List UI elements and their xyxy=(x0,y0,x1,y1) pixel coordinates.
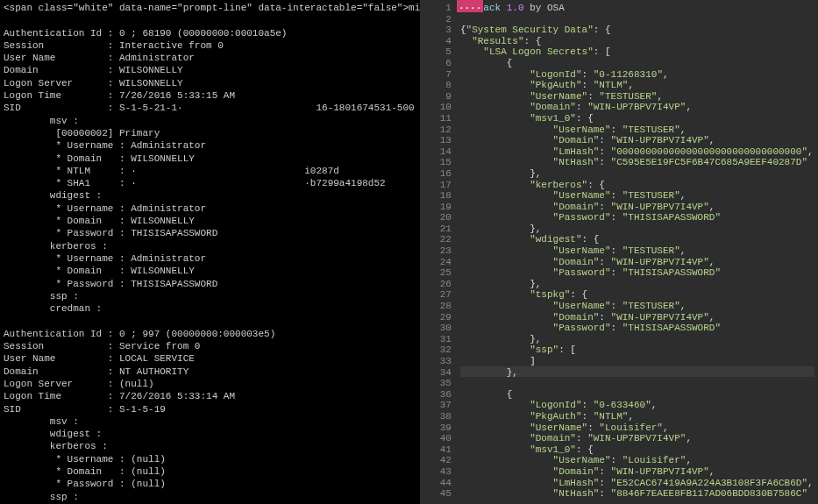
code-line: "LmHash": "E52CAC67419A9A224A3B108F3FA6C… xyxy=(460,477,814,488)
line-number: 29 xyxy=(422,311,452,323)
line-number: 10 xyxy=(422,101,452,112)
line-number: 33 xyxy=(422,355,452,366)
line-number: 21 xyxy=(422,223,452,234)
line-number: 17 xyxy=(422,179,452,190)
code-line: }, xyxy=(460,167,814,179)
title-line: SecHack 1.0 by OSA xyxy=(460,2,814,13)
code-line: "Password": "THISISAPASSWORD" xyxy=(460,322,814,333)
code-line xyxy=(460,13,814,25)
code-line: "NtHash": "8846F7EAEE8FB117AD06BDD830B75… xyxy=(460,487,814,499)
code-content[interactable]: SecHack 1.0 by OSA{"System Security Data… xyxy=(457,0,818,504)
line-number: 25 xyxy=(422,266,452,278)
editor-right[interactable]: 1234567891011121314151617181920212223242… xyxy=(420,0,818,504)
code-line: "Domain": "WIN-UP7BPV7I4VP", xyxy=(460,101,814,112)
line-number: 6 xyxy=(422,57,452,68)
line-number: 36 xyxy=(422,388,452,400)
code-line: "Password": "THISISAPASSWORD" xyxy=(460,266,814,278)
line-number: 8 xyxy=(422,79,452,90)
fold-icon[interactable]: .... xyxy=(457,0,483,12)
code-line: "kerberos": { xyxy=(460,179,814,190)
code-line: "UserName": "Louisifer", xyxy=(460,454,814,465)
line-number: 31 xyxy=(422,333,452,344)
line-number: 16 xyxy=(422,167,452,179)
line-number: 20 xyxy=(422,211,452,223)
code-line: "UserName": "TESTUSER", xyxy=(460,245,814,256)
app-root: <span class="white" data-name="prompt-li… xyxy=(0,0,818,504)
line-number: 26 xyxy=(422,278,452,289)
code-line: "LogonId": "0-633460", xyxy=(460,399,814,410)
line-number: 37 xyxy=(422,399,452,410)
code-line: }, xyxy=(460,366,814,378)
code-line: "tspkg": { xyxy=(460,288,814,300)
code-line: }, xyxy=(460,333,814,344)
code-line: "LmHash": "00000000000000000000000000000… xyxy=(460,146,814,157)
code-line: "ssp": [ xyxy=(460,344,814,355)
line-number: 32 xyxy=(422,344,452,355)
code-line: "UserName": "Louisifer", xyxy=(460,422,814,433)
code-line: "msv1_0": { xyxy=(460,112,814,124)
line-number: 28 xyxy=(422,300,452,311)
line-number: 23 xyxy=(422,245,452,256)
line-number: 45 xyxy=(422,487,452,499)
line-number: 27 xyxy=(422,288,452,300)
code-line: "Domain": "WIN-UP7BPV7I4VP", xyxy=(460,465,814,477)
code-line: "Results": { xyxy=(460,35,814,46)
line-number: 11 xyxy=(422,112,452,124)
line-number: 5 xyxy=(422,46,452,57)
code-line: "UserName": "TESTUSER", xyxy=(460,300,814,311)
line-number: 2 xyxy=(422,13,452,25)
fold-marker[interactable]: .... xyxy=(460,377,814,388)
code-line: "Domain": "WIN-UP7BPV7I4VP", xyxy=(460,134,814,146)
line-number: 35 xyxy=(422,377,452,388)
line-number: 34 xyxy=(422,366,452,378)
code-line: "wdigest": { xyxy=(460,233,814,245)
line-number: 4 xyxy=(422,35,452,46)
code-line: "PkgAuth": "NTLM", xyxy=(460,79,814,90)
line-number: 13 xyxy=(422,134,452,146)
code-line: "Domain": "WIN-UP7BPV7I4VP", xyxy=(460,201,814,212)
line-number: 15 xyxy=(422,156,452,167)
line-number: 41 xyxy=(422,444,452,455)
line-number: 38 xyxy=(422,410,452,422)
line-number: 43 xyxy=(422,465,452,477)
line-number: 18 xyxy=(422,189,452,201)
line-number: 1 xyxy=(422,2,452,13)
code-line: "UserName": "TESTUSER", xyxy=(460,90,814,102)
line-number: 42 xyxy=(422,454,452,465)
line-number: 30 xyxy=(422,322,452,333)
code-line: }, xyxy=(460,223,814,234)
line-number: 12 xyxy=(422,124,452,135)
line-number: 44 xyxy=(422,477,452,488)
line-number: 39 xyxy=(422,422,452,433)
code-line: "Domain": "WIN-UP7BPV7I4VP", xyxy=(460,311,814,323)
code-line: "Domain": "WIN-UP7BPV7I4VP", xyxy=(460,256,814,267)
code-line: ] xyxy=(460,355,814,366)
code-line: "UserName": "TESTUSER", xyxy=(460,189,814,201)
code-line: }, xyxy=(460,278,814,289)
code-line: {"System Security Data": { xyxy=(460,24,814,35)
code-line: { xyxy=(460,388,814,400)
code-line: "LSA Logon Secrets": [ xyxy=(460,46,814,57)
line-number: 9 xyxy=(422,90,452,102)
line-number: 22 xyxy=(422,233,452,245)
code-line: "LogonId": "0-11268310", xyxy=(460,68,814,80)
code-line: "UserName": "TESTUSER", xyxy=(460,124,814,135)
code-line: "Domain": "WIN-UP7BPV7I4VP", xyxy=(460,432,814,444)
code-line: "PkgAuth": "NTLM", xyxy=(460,410,814,422)
terminal-left[interactable]: <span class="white" data-name="prompt-li… xyxy=(0,0,420,504)
line-number-gutter: 1234567891011121314151617181920212223242… xyxy=(420,0,457,504)
code-line: "NtHash": "C595E5E19FC5F6B47C685A9EEF402… xyxy=(460,156,814,167)
line-number: 7 xyxy=(422,68,452,80)
code-line: { xyxy=(460,57,814,68)
line-number: 3 xyxy=(422,24,452,35)
line-number: 40 xyxy=(422,432,452,444)
line-number: 24 xyxy=(422,256,452,267)
line-number: 14 xyxy=(422,146,452,157)
code-line: "Password": "THISISAPASSWORD" xyxy=(460,211,814,223)
code-line: "msv1_0": { xyxy=(460,444,814,455)
line-number: 19 xyxy=(422,201,452,212)
